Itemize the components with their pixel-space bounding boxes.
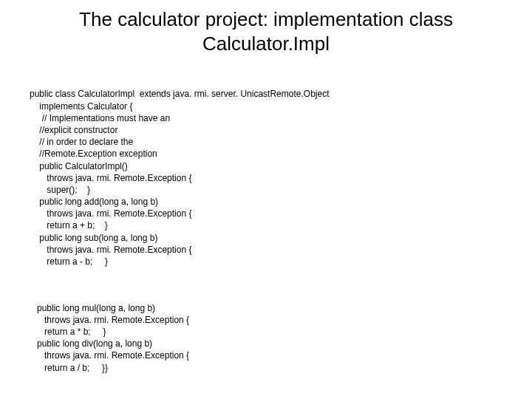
code-listing: public class CalculatorImpl extends java…: [0, 64, 532, 396]
code-block-2: public long mul(long a, long b) throws j…: [30, 302, 532, 374]
code-block-1: public class CalculatorImpl extends java…: [30, 88, 532, 267]
slide-title: The calculator project: implementation c…: [0, 7, 532, 64]
